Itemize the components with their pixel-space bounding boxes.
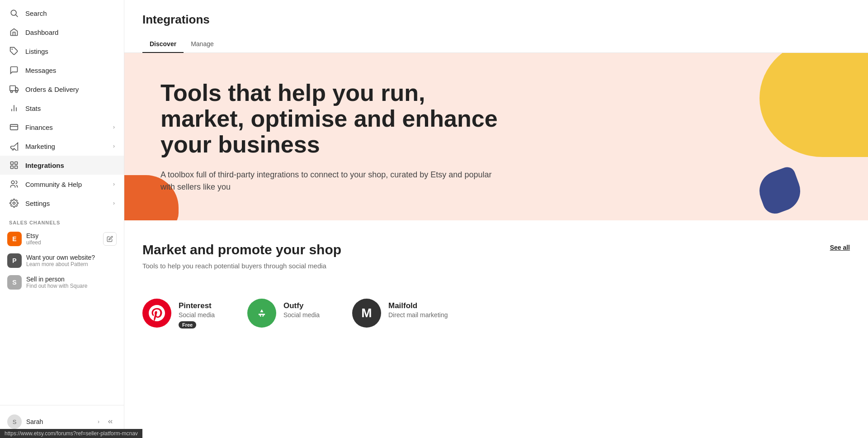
mailfold-name: Mailfold [388,301,448,310]
sidebar-item-messages-label: Messages [25,67,56,74]
status-url: https://www.etsy.com/forums?ref=seller-p… [5,430,138,437]
sidebar-item-integrations[interactable]: Integrations [0,156,124,175]
square-channel-name: Sell in person [26,276,117,283]
mailfold-category: Direct mail marketing [388,311,448,319]
integration-card-mailfold[interactable]: M Mailfold Direct mail marketing [352,299,448,328]
pattern-channel-icon: P [7,253,22,268]
pattern-channel-text: Want your own website? Learn more about … [26,254,117,267]
megaphone-icon [9,141,19,151]
tab-manage[interactable]: Manage [184,36,221,53]
hero-content: Tools that help you run, market, optimis… [160,80,500,193]
shape-yellow [760,53,868,157]
avatar: S [7,414,22,429]
sidebar-item-community-label: Community & Help [25,181,82,188]
sidebar-item-messages[interactable]: Messages [0,61,124,80]
svg-rect-14 [15,166,18,169]
home-icon [9,27,19,37]
sidebar-item-integrations-label: Integrations [25,162,64,169]
etsy-edit-button[interactable] [103,232,117,246]
svg-line-1 [16,15,18,17]
mailfold-logo: M [352,299,381,328]
sidebar-item-listings-label: Listings [25,48,48,55]
pinterest-category: Social media [179,311,215,319]
user-chevron-icon: › [98,419,99,425]
truck-icon [9,84,19,94]
channel-etsy[interactable]: E Etsy uifeed [0,228,124,250]
integration-cards: Pinterest Social media Free [142,299,850,328]
svg-point-0 [11,10,16,15]
market-section: Market and promote your shop Tools to he… [124,220,868,350]
see-all-link[interactable]: See all [830,242,850,251]
svg-rect-3 [10,86,15,91]
sidebar-item-listings[interactable]: Listings [0,42,124,61]
svg-rect-11 [11,162,14,165]
outfy-logo [247,299,276,328]
sidebar-item-stats[interactable]: Stats [0,99,124,118]
channel-pattern[interactable]: P Want your own website? Learn more abou… [0,250,124,271]
etsy-channel-name: Etsy [26,232,99,239]
integration-card-outfy[interactable]: Outfy Social media [247,299,338,328]
mailfold-info: Mailfold Direct mail marketing [388,299,448,319]
hero-title: Tools that help you run, market, optimis… [160,80,500,158]
user-name: Sarah [26,418,93,425]
pattern-channel-sub: Learn more about Pattern [26,261,117,267]
sidebar-item-finances-label: Finances [25,124,53,131]
etsy-channel-text: Etsy uifeed [26,232,99,246]
sidebar: Search Dashboard Listings [0,0,124,438]
sidebar-item-settings-label: Settings [25,200,50,207]
page-title: Integrations [142,13,850,27]
sidebar-item-community[interactable]: Community & Help › [0,175,124,194]
pinterest-info: Pinterest Social media Free [179,299,215,328]
sidebar-item-finances[interactable]: Finances › [0,118,124,137]
pattern-channel-name: Want your own website? [26,254,117,261]
square-channel-icon: S [7,275,22,290]
square-channel-text: Sell in person Find out how with Square [26,276,117,289]
settings-chevron-icon: › [113,200,115,206]
tag-icon [9,46,19,56]
tab-discover[interactable]: Discover [142,36,184,53]
outfy-name: Outfy [283,301,320,310]
svg-point-16 [13,202,15,205]
integration-card-pinterest[interactable]: Pinterest Social media Free [142,299,233,328]
bar-chart-icon [9,103,19,113]
section-header-row: Market and promote your shop Tools to he… [142,242,850,284]
svg-rect-13 [11,166,14,169]
message-icon [9,65,19,75]
sales-channels-header: SALES CHANNELS [0,213,124,228]
status-bar: https://www.etsy.com/forums?ref=seller-p… [0,429,142,438]
section-subtitle: Tools to help you reach potential buyers… [142,262,341,270]
square-channel-sub: Find out how with Square [26,283,117,289]
sidebar-item-settings[interactable]: Settings › [0,194,124,213]
sidebar-item-orders[interactable]: Orders & Delivery [0,80,124,99]
pinterest-name: Pinterest [179,301,215,310]
svg-point-2 [12,49,13,50]
hero-banner: Tools that help you run, market, optimis… [124,53,868,220]
channel-square[interactable]: S Sell in person Find out how with Squar… [0,271,124,293]
sidebar-item-orders-label: Orders & Delivery [25,86,79,93]
people-icon [9,179,19,189]
svg-rect-12 [15,162,18,165]
main-content: Integrations Discover Manage Tools that … [124,0,868,438]
pinterest-logo [142,299,171,328]
main-header: Integrations Discover Manage [124,0,868,53]
gear-icon [9,198,19,208]
etsy-channel-sub: uifeed [26,239,99,246]
svg-rect-9 [10,124,18,130]
sidebar-item-stats-label: Stats [25,105,41,112]
section-title: Market and promote your shop [142,242,341,257]
outfy-category: Social media [283,311,320,319]
sidebar-item-search[interactable]: Search [0,4,124,23]
svg-point-5 [15,90,17,92]
grid-icon [9,160,19,170]
sidebar-item-dashboard[interactable]: Dashboard [0,23,124,42]
finance-icon [9,122,19,132]
community-chevron-icon: › [113,181,115,187]
sidebar-nav: Search Dashboard Listings [0,0,124,405]
sidebar-item-marketing-label: Marketing [25,143,55,150]
tabs-bar: Discover Manage [142,36,850,52]
sidebar-item-marketing[interactable]: Marketing › [0,137,124,156]
sidebar-collapse-button[interactable] [104,415,117,428]
outfy-info: Outfy Social media [283,299,320,319]
etsy-channel-icon: E [7,232,22,246]
pinterest-badge: Free [179,321,196,328]
